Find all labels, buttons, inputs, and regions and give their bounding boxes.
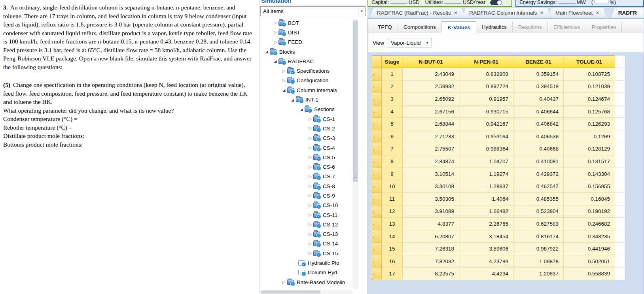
value-cell[interactable]: 0.429372 [513,168,564,180]
value-cell[interactable]: 0.124674 [564,93,615,106]
tree-vertical-scrollbar[interactable] [352,18,358,289]
column-header-stage[interactable]: Stage [382,56,403,68]
tree-item-radfrac[interactable]: ◢RADFRAC [259,57,352,66]
subtab-hydraulics[interactable]: Hydraulics [476,21,513,33]
value-cell[interactable]: 0.523804 [513,205,564,218]
value-cell[interactable]: 0.128129 [564,143,615,155]
tree-item-rate-based-modelin[interactable]: ▷Rate-Based Modelin [259,277,352,287]
value-cell[interactable]: 4.4234 [459,268,513,280]
chevron-down-icon[interactable]: ▼ [358,7,365,16]
value-cell[interactable]: 0.406644 [513,105,564,118]
row-selector[interactable]: ▸ [372,243,382,255]
value-cell[interactable]: 0.987922 [513,243,564,255]
value-cell[interactable]: 1.20637 [513,268,564,280]
value-cell[interactable]: 1.19274 [459,168,513,180]
tree-collapsed-arrow-icon[interactable]: ▷ [307,136,313,141]
value-cell[interactable]: 4.8377 [403,218,459,230]
scrollbar-thumb[interactable] [261,290,320,294]
stage-cell[interactable]: 13 [382,218,403,230]
value-cell[interactable]: 0.121039 [564,80,615,93]
stage-cell[interactable]: 16 [382,255,403,268]
stage-cell[interactable]: 15 [382,243,403,255]
tree-item-column-hyd[interactable]: Column Hyd [259,268,352,277]
value-cell[interactable]: 0.462547 [513,180,564,193]
value-cell[interactable]: 0.988364 [459,143,513,155]
value-cell[interactable]: 0.485355 [513,192,564,205]
economics-toggle[interactable] [490,0,502,5]
close-tab-icon[interactable]: ✕ [595,10,599,16]
value-cell[interactable]: 0.558839 [564,268,615,280]
column-header-benze-01[interactable]: BENZE-01 [513,56,564,68]
close-tab-icon[interactable]: ✕ [454,10,458,16]
stage-cell[interactable]: 3 [382,93,403,106]
value-cell[interactable]: 0.131517 [564,155,615,168]
value-cell[interactable]: 0.91957 [459,93,513,106]
tree-collapsed-arrow-icon[interactable]: ▷ [307,212,313,218]
value-cell[interactable]: 7.82032 [403,255,459,268]
row-selector[interactable]: ▸ [372,230,382,243]
tree-item-cs-15[interactable]: ▷CS-15 [259,249,352,258]
tree-item-cs-5[interactable]: ▷CS-5 [259,153,352,162]
tree-item-cs-8[interactable]: ▷CS-8 [259,181,352,191]
tree-item-blocks[interactable]: ◢Blocks [259,47,352,57]
value-cell[interactable]: 0.410081 [513,155,564,168]
tree-expanded-arrow-icon[interactable]: ◢ [263,49,270,55]
value-cell[interactable]: 0.359154 [513,68,564,81]
tree-collapsed-arrow-icon[interactable]: ▷ [307,241,313,247]
tree-item-cs-3[interactable]: ▷CS-3 [259,134,352,143]
tree-collapsed-arrow-icon[interactable]: ▷ [272,20,278,26]
stage-cell[interactable]: 17 [382,268,403,280]
tree-item-cs-9[interactable]: ▷CS-9 [259,191,352,200]
stage-cell[interactable]: 5 [382,118,403,130]
tree-item-feed[interactable]: ▷FEED [259,38,352,47]
value-cell[interactable]: 0.406842 [513,118,564,130]
tree-collapsed-arrow-icon[interactable]: ▷ [307,126,313,131]
value-cell[interactable]: 2.75507 [403,143,459,155]
subtab-k-values[interactable]: K-Values [442,21,476,33]
stage-cell[interactable]: 14 [382,230,403,243]
stage-cell[interactable]: 4 [382,105,403,118]
tree-item-cs-6[interactable]: ▷CS-6 [259,162,352,172]
tree-collapsed-arrow-icon[interactable]: ▷ [307,251,313,256]
value-cell[interactable]: 3.18454 [459,230,513,243]
value-cell[interactable]: 0.16845 [564,192,615,205]
tree-collapsed-arrow-icon[interactable]: ▷ [307,164,313,170]
row-selector[interactable]: ▸ [372,93,382,106]
value-cell[interactable]: 0.40437 [513,93,564,106]
value-cell[interactable]: 0.897724 [459,80,513,93]
view-dropdown[interactable]: Vapor-Liquid ▼ [388,38,432,47]
tree-filter-combobox[interactable]: All Items ▼ [260,6,366,16]
value-cell[interactable]: 0.502051 [564,255,615,268]
tree-expanded-arrow-icon[interactable]: ◢ [298,107,305,112]
row-selector[interactable]: ▸ [372,180,382,193]
value-cell[interactable]: 0.143304 [564,168,615,180]
tree-item-cs-14[interactable]: ▷CS-14 [259,239,352,249]
tree-collapsed-arrow-icon[interactable]: ▷ [281,78,287,83]
row-selector[interactable]: ▸ [372,155,382,168]
row-selector[interactable]: ▸ [372,205,382,218]
row-selector[interactable]: ▸ [372,105,382,118]
tree-collapsed-arrow-icon[interactable]: ▷ [307,116,313,122]
value-cell[interactable]: 0.959164 [459,130,513,143]
value-cell[interactable]: 0.246682 [564,218,615,230]
value-cell[interactable]: 0.832808 [459,68,513,81]
tree-collapsed-arrow-icon[interactable]: ▷ [307,222,313,227]
tree-expanded-arrow-icon[interactable]: ◢ [290,97,296,103]
value-cell[interactable]: 0.627583 [513,218,564,230]
value-cell[interactable]: 2.65092 [403,93,459,106]
tree-collapsed-arrow-icon[interactable]: ▷ [281,279,287,285]
row-selector[interactable]: ▸ [372,143,382,155]
tree-collapsed-arrow-icon[interactable]: ▷ [307,232,313,237]
row-selector[interactable]: ▸ [372,255,382,268]
value-cell[interactable]: 0.40668 [513,143,564,155]
value-cell[interactable]: 2.67156 [403,105,459,118]
value-cell[interactable]: 3.91089 [403,205,459,218]
tree-item-sections[interactable]: ◢Sections [259,105,352,114]
value-cell[interactable]: 2.71233 [403,130,459,143]
row-selector[interactable]: ▸ [372,68,382,81]
tree-collapsed-arrow-icon[interactable]: ▷ [272,40,278,45]
value-cell[interactable]: 0.125768 [564,105,615,118]
value-cell[interactable]: 0.108725 [564,68,615,81]
stage-cell[interactable]: 12 [382,205,403,218]
tab-radfrac-active[interactable]: RADFR [611,8,644,18]
